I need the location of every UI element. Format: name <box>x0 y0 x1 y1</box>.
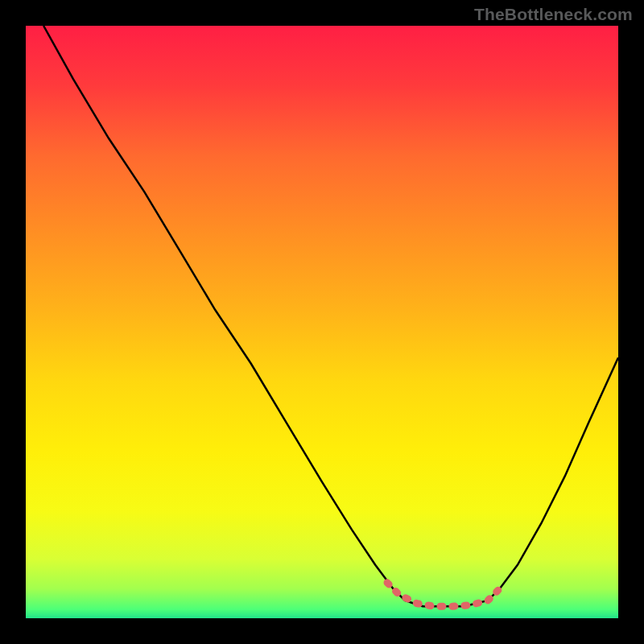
plot-area <box>26 26 618 618</box>
chart-svg <box>26 26 618 618</box>
chart-frame: TheBottleneck.com <box>0 0 644 644</box>
gradient-background <box>26 26 618 618</box>
watermark-text: TheBottleneck.com <box>474 5 633 24</box>
